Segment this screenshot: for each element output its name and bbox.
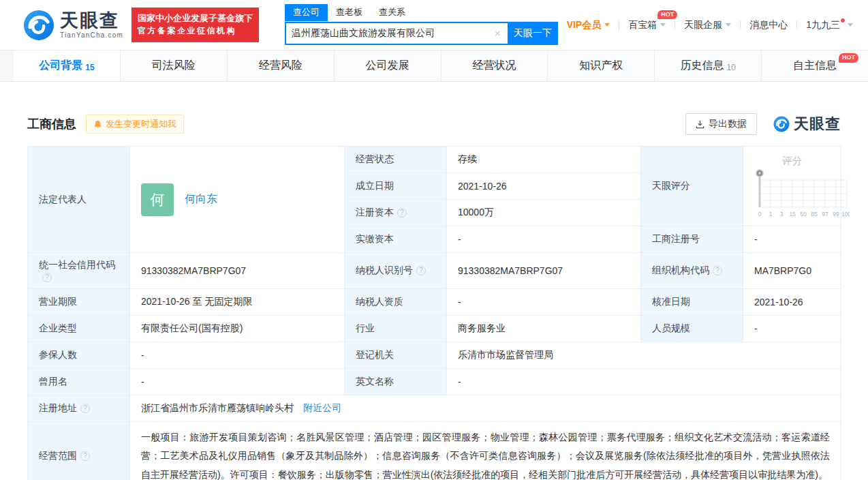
scope-label: 经营范围? <box>28 422 130 480</box>
tab-count: 10 <box>727 63 736 72</box>
menu-message-center[interactable]: 消息中心 <box>741 19 796 31</box>
tick-label: 85 <box>811 211 818 217</box>
taxpayer-id-label: 纳税人识别号? <box>345 253 447 289</box>
table-row: 曾用名 - 英文名称 - <box>28 369 841 395</box>
search-box: × <box>285 22 508 45</box>
hot-badge: HOT <box>839 53 858 63</box>
legal-rep-link[interactable]: 何向东 <box>185 192 217 207</box>
export-data-button[interactable]: 导出数据 <box>685 113 757 135</box>
table-row: 法定代表人 何 何向东 经营状态 存续 天眼评分 评分 <box>28 147 841 173</box>
menu-user-account[interactable]: 1九九三 <box>797 19 854 31</box>
toolbox-label: 百宝箱 <box>628 19 657 31</box>
search-input[interactable] <box>286 28 488 39</box>
search-tab-boss[interactable]: 查老板 <box>328 4 371 21</box>
uscc-value: 91330382MA7BRP7G07 <box>130 253 345 289</box>
tab-operating-status[interactable]: 经营状况 <box>441 50 548 81</box>
watermark-logo: 天眼查 <box>773 114 841 134</box>
help-icon[interactable]: ? <box>80 451 90 461</box>
table-row: 统一社会信用代码? 91330382MA7BRP7G07 纳税人识别号? 913… <box>28 253 841 289</box>
tab-history-info[interactable]: 历史信息 10 <box>655 50 762 81</box>
paid-capital-label: 实缴资本 <box>345 226 447 253</box>
vip-label: VIP会员 <box>567 19 602 31</box>
business-info-table: 法定代表人 何 何向东 经营状态 存续 天眼评分 评分 <box>27 146 841 480</box>
notification-dot <box>841 18 845 22</box>
help-icon[interactable]: ? <box>80 404 90 413</box>
tick-label: 100 <box>841 211 850 217</box>
table-row: 注册地址? 浙江省温州市乐清市雁荡镇响岭头村 附近公司 <box>28 395 841 422</box>
tianyancha-logo[interactable]: 天眼查 TianYanCha.com <box>23 10 123 41</box>
label-text: 统一社会信用代码 <box>39 259 115 270</box>
tick-label: 15 <box>789 211 796 217</box>
staff-size-value: - <box>743 316 841 342</box>
download-icon <box>696 120 704 129</box>
tab-label: 公司发展 <box>366 59 409 73</box>
search-tab-relation[interactable]: 查关系 <box>371 4 414 21</box>
tick-label: 0 <box>758 211 762 217</box>
brand-domain: TianYanCha.com <box>60 31 123 39</box>
section-title: 工商信息 <box>27 116 76 132</box>
industry-value: 商务服务业 <box>447 316 641 342</box>
taxpayer-qualification-label: 纳税人资质 <box>345 289 447 316</box>
reg-capital-label: 注册资本? <box>345 200 447 226</box>
tianyancha-logo-icon <box>773 116 790 132</box>
table-row: 经营范围? 一般项目：旅游开发项目策划咨询；名胜风景区管理；酒店管理；园区管理服… <box>28 422 841 480</box>
tab-operating-risk[interactable]: 经营风险 <box>228 50 335 81</box>
label-text: 经营范围 <box>39 450 77 461</box>
tab-count: 15 <box>85 63 94 72</box>
cert-line2: 官方备案企业征信机构 <box>138 25 253 37</box>
english-name-value: - <box>447 369 841 395</box>
chevron-down-icon <box>848 23 853 27</box>
notify-on-change-button[interactable]: 发生变更时通知我 <box>86 115 184 134</box>
tianyancha-logo-icon <box>23 10 55 41</box>
industry-label: 行业 <box>345 316 447 342</box>
label-text: 注册地址 <box>39 402 77 413</box>
brand-name: 天眼查 <box>60 12 123 30</box>
taxpayer-qualification-value: - <box>447 289 641 316</box>
scope-value: 一般项目：旅游开发项目策划咨询；名胜风景区管理；酒店管理；园区管理服务；物业管理… <box>130 422 841 480</box>
top-bar: 天眼查 TianYanCha.com 国家中小企业发展子基金旗下 官方备案企业征… <box>0 0 868 50</box>
tick-label: 3 <box>780 211 784 217</box>
help-icon[interactable]: ? <box>42 273 52 282</box>
tick-label: 1 <box>769 211 773 217</box>
tick-label: 99 <box>833 211 839 217</box>
business-term-label: 营业期限 <box>28 289 130 316</box>
bell-icon <box>93 120 102 129</box>
nearby-companies-link[interactable]: 附近公司 <box>303 402 341 413</box>
tab-judicial-risk[interactable]: 司法风险 <box>121 50 228 81</box>
search-tab-company[interactable]: 查公司 <box>285 4 328 21</box>
help-icon[interactable]: ? <box>713 266 722 275</box>
address-value: 浙江省温州市乐清市雁荡镇响岭头村 <box>141 402 294 413</box>
help-icon[interactable]: ? <box>416 266 426 275</box>
help-icon[interactable]: ? <box>397 208 407 217</box>
tab-intellectual-property[interactable]: 知识产权 <box>548 50 655 81</box>
table-row: 参保人数 - 登记机关 乐清市市场监督管理局 <box>28 342 841 369</box>
tab-company-background[interactable]: 公司背景 15 <box>14 50 121 81</box>
paid-capital-value: - <box>447 226 641 253</box>
uscc-label: 统一社会信用代码? <box>28 253 130 289</box>
tab-label: 经营状况 <box>472 59 516 73</box>
brand-text: 天眼查 TianYanCha.com <box>60 12 123 39</box>
company-nav-tabs: 公司背景 15 司法风险 经营风险 公司发展 经营状况 知识产权 历史信息 10… <box>0 50 868 82</box>
address-label: 注册地址? <box>28 395 130 422</box>
menu-enterprise-service[interactable]: 天眼企服 <box>675 19 740 31</box>
tab-company-development[interactable]: 公司发展 <box>335 50 441 81</box>
chevron-down-icon <box>726 23 731 27</box>
menu-toolbox[interactable]: HOT 百宝箱 <box>619 19 675 31</box>
table-row: 营业期限 2021-10-26 至 无固定期限 纳税人资质 - 核准日期 202… <box>28 289 841 316</box>
label-text: 纳税人识别号 <box>356 265 413 275</box>
status-label: 经营状态 <box>345 147 447 173</box>
taxpayer-id-value: 91330382MA7BRP7G07 <box>447 253 641 289</box>
tab-self-published-info[interactable]: 自主信息 HOT <box>762 50 868 81</box>
english-name-label: 英文名称 <box>345 369 447 395</box>
menu-vip[interactable]: VIP会员 <box>558 19 619 31</box>
former-name-label: 曾用名 <box>28 369 130 395</box>
tab-label: 司法风险 <box>152 59 196 73</box>
org-code-label: 组织机构代码? <box>641 253 743 289</box>
tick-label: 50 <box>800 211 807 217</box>
top-menu: VIP会员 HOT 百宝箱 天眼企服 消息中心 1九九三 <box>558 19 854 31</box>
approval-date-label: 核准日期 <box>641 289 743 316</box>
table-row: 企业类型 有限责任公司(国有控股) 行业 商务服务业 人员规模 - <box>28 316 841 342</box>
avatar[interactable]: 何 <box>141 183 174 216</box>
clear-search-icon[interactable]: × <box>488 27 508 39</box>
search-button[interactable]: 天眼一下 <box>508 22 558 45</box>
